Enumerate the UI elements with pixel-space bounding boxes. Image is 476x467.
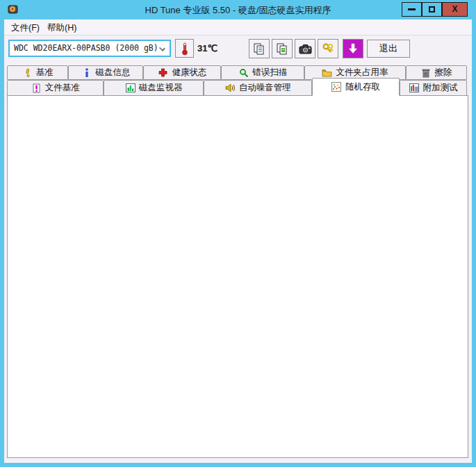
random-access-icon [331,82,342,92]
speaker-icon [225,83,236,93]
tab-row-2: 文件基准 磁盘监视器 自动噪音管理 随机存取 附加测试 [7,80,467,96]
tab-label: 基准 [36,67,54,79]
copy-text-button[interactable] [249,39,270,58]
folder-icon [322,68,332,78]
update-button[interactable] [343,39,363,58]
health-cross-icon [158,68,168,78]
maximize-icon [429,6,435,13]
menu-file[interactable]: 文件(F) [11,22,40,34]
tab-random-access[interactable]: 随机存取 [312,78,400,96]
close-icon: X [452,4,457,14]
tab-label: 文件基准 [45,82,80,94]
copy-image-button[interactable] [272,39,293,58]
file-benchmark-icon [31,83,42,93]
menu-bar: 文件(F) 帮助(H) [4,19,472,35]
tab-extra-tests[interactable]: 附加测试 [400,80,467,96]
down-arrow-icon [347,43,359,54]
tab-file-benchmark[interactable]: 文件基准 [7,80,104,96]
tab-disk-monitor[interactable]: 磁盘监视器 [104,80,204,96]
screenshot-button[interactable] [295,39,315,58]
tab-label: 文件夹占用率 [336,67,388,79]
minimize-button[interactable] [402,2,422,17]
tab-health[interactable]: 健康状态 [143,65,221,80]
tab-label: 错误扫描 [252,67,287,79]
tab-aam[interactable]: 自动噪音管理 [204,80,312,96]
extra-tests-icon [409,83,419,93]
app-window: HD Tune 专业版 5.50 - 硬盘/固态硬盘实用程序 X 文件(F) 帮… [0,0,476,467]
keys-icon [322,42,334,55]
copy-image-icon [276,42,288,55]
thermometer-icon [181,42,189,56]
tab-label: 随机存取 [345,81,380,93]
disk-monitor-icon [125,83,136,93]
close-button[interactable]: X [442,2,468,17]
tab-label: 磁盘信息 [95,67,130,79]
drive-select[interactable]: WDC WD20EARX-00PASB0 (2000 gB) [8,40,171,57]
camera-icon [299,44,312,54]
info-icon [81,68,92,78]
exit-button[interactable]: 退出 [367,40,410,58]
title-bar[interactable]: HD Tune 专业版 5.50 - 硬盘/固态硬盘实用程序 X [0,0,476,19]
tab-disk-info[interactable]: 磁盘信息 [68,65,143,80]
tab-label: 擦除 [434,67,452,79]
tab-label: 健康状态 [172,67,206,79]
minimize-icon [408,8,416,10]
tab-label: 自动噪音管理 [239,82,291,94]
temperature-value: 31℃ [197,43,218,54]
tab-benchmark[interactable]: 基准 [7,65,68,80]
magnifier-icon [238,68,249,78]
tab-erase[interactable]: 擦除 [406,65,467,80]
chevron-down-icon [159,45,165,51]
drive-select-value: WDC WD20EARX-00PASB0 (2000 gB) [14,43,158,53]
menu-help[interactable]: 帮助(H) [47,22,76,34]
maximize-button[interactable] [422,2,442,17]
tab-error-scan[interactable]: 错误扫描 [221,65,304,80]
copy-text-icon [253,42,265,55]
random-access-panel [7,95,468,458]
options-button[interactable] [318,39,338,58]
temperature-button[interactable] [175,39,194,58]
benchmark-icon [22,68,33,78]
tab-label: 附加测试 [422,82,457,94]
trash-icon [420,68,431,78]
tab-label: 磁盘监视器 [139,82,183,94]
